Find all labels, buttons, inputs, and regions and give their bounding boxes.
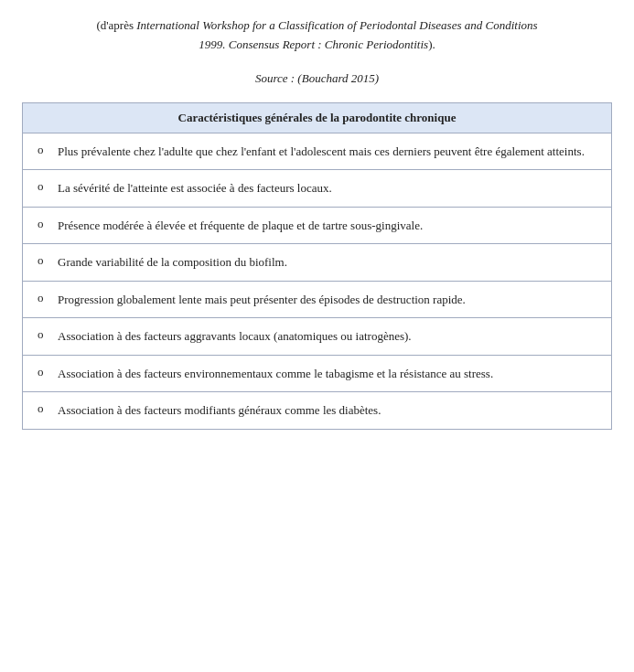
- row-bullet: o: [38, 143, 58, 157]
- citation-italic-title: International Workshop for a Classificat…: [136, 18, 537, 32]
- table-row: oPrésence modérée à élevée et fréquente …: [23, 208, 611, 245]
- citation-suffix: ).: [428, 37, 435, 51]
- table-row: oAssociation à des facteurs aggravants l…: [23, 318, 611, 356]
- row-text: Association à des facteurs modifiants gé…: [58, 401, 600, 420]
- row-text: Association à des facteurs aggravants lo…: [58, 327, 600, 346]
- table-row: oAssociation à des facteurs modifiants g…: [23, 392, 611, 429]
- table-row: oAssociation à des facteurs environnemen…: [23, 356, 611, 393]
- row-bullet: o: [38, 291, 58, 305]
- characteristics-table: Caractéristiques générales de la parodon…: [22, 102, 612, 430]
- table-row: oPlus prévalente chez l'adulte que chez …: [23, 133, 611, 171]
- row-bullet: o: [38, 179, 58, 194]
- table-row: oProgression globalement lente mais peut…: [23, 282, 611, 319]
- row-bullet: o: [38, 253, 58, 268]
- row-bullet: o: [38, 401, 58, 416]
- row-bullet: o: [38, 327, 58, 342]
- citation-year: 1999. Consensus Report : Chronic Periodo…: [199, 37, 428, 51]
- header-source: Source : (Bouchard 2015): [22, 71, 612, 86]
- row-text: Association à des facteurs environnement…: [58, 365, 600, 383]
- row-text: La sévérité de l'atteinte est associée à…: [58, 179, 600, 197]
- row-text: Progression globalement lente mais peut …: [58, 291, 600, 309]
- citation-prefix: (d'après: [96, 18, 136, 32]
- row-text: Plus prévalente chez l'adulte que chez l…: [58, 143, 600, 161]
- header-citation: (d'après International Workshop for a Cl…: [22, 16, 612, 55]
- row-bullet: o: [38, 217, 58, 231]
- table-title: Caractéristiques générales de la parodon…: [23, 103, 611, 133]
- row-text: Grande variabilité de la composition du …: [58, 253, 600, 272]
- row-bullet: o: [38, 365, 58, 379]
- row-text: Présence modérée à élevée et fréquente d…: [58, 217, 600, 235]
- table-row: oLa sévérité de l'atteinte est associée …: [23, 170, 611, 208]
- table-row: oGrande variabilité de la composition du…: [23, 244, 611, 282]
